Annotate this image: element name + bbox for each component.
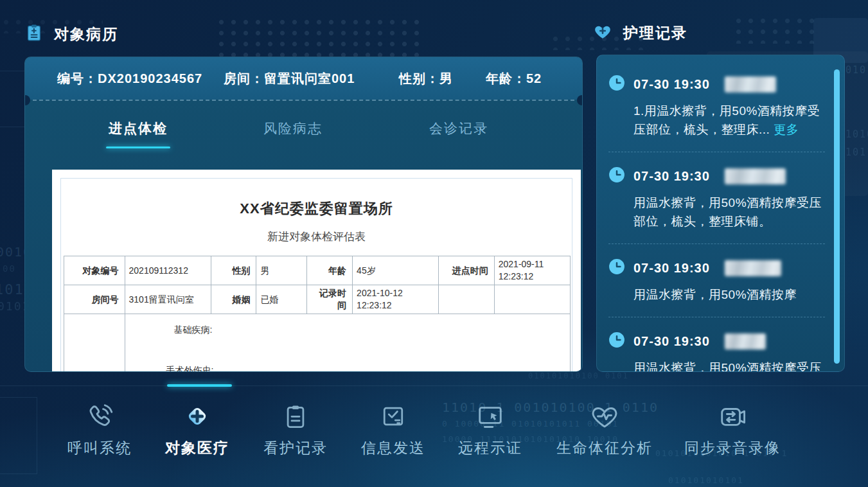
subject-age-field: 年龄：52	[486, 70, 542, 87]
monitor-cursor-icon	[429, 400, 551, 433]
subject-gender-field: 性别：男	[399, 70, 453, 87]
redacted-name	[725, 76, 776, 93]
nursing-record-title: 护理记录	[623, 23, 687, 43]
clock-icon	[608, 332, 625, 351]
medical-record-title: 对象病历	[54, 24, 118, 44]
subject-room-field: 房间：留置讯问室001	[224, 70, 355, 87]
redacted-name	[725, 333, 766, 350]
nursing-entry-list: 07-30 19:30 1.用温水擦背，用50%酒精按摩受压部位，梳头，整理床.…	[608, 75, 825, 372]
nav-item-sync-recording[interactable]: 同步录音录像	[671, 385, 793, 458]
binary-decor: 010101010100 0101	[528, 371, 629, 380]
divider-notch	[577, 95, 583, 105]
detention-medical-dashboard: 0010 00 1010 0101 11010 1 001010100 1 01…	[0, 0, 868, 487]
entry-text: 1.用温水擦背，用50%酒精按摩受压部位，梳头，整理床...更多	[633, 102, 825, 139]
heart-pulse-icon	[544, 400, 666, 433]
document-border	[60, 178, 572, 372]
entry-timestamp: 07-30 19:30	[633, 77, 710, 92]
nursing-entry: 07-30 19:30 用温水擦背，用50%酒精按摩受压部位，梳头，整理床铺。	[608, 166, 825, 244]
redacted-name	[725, 168, 786, 184]
heart-plus-icon	[592, 22, 613, 44]
nursing-record-panel: 07-30 19:30 1.用温水擦背，用50%酒精按摩受压部位，梳头，整理床.…	[596, 55, 845, 372]
binary-decor: 1011	[846, 146, 868, 158]
clock-icon	[608, 166, 625, 186]
tab-consultation-record[interactable]: 会诊记录	[429, 120, 488, 137]
binary-decor: 00	[3, 263, 16, 274]
medical-record-header: 对象病历	[24, 23, 118, 45]
nursing-entry: 07-30 19:30 用温水擦背，用50%酒精按摩	[608, 258, 825, 317]
medical-record-panel: 编号：DX20190234567 房间：留置讯问室001 性别：男 年龄：52 …	[24, 57, 583, 372]
entry-text: 用温水擦背，用50%酒精按摩受压部位，梳头，整理床铺。	[633, 193, 825, 231]
binary-decor: 010	[846, 64, 867, 76]
active-tab-underline	[106, 146, 170, 148]
entry-timestamp: 07-30 19:30	[633, 334, 710, 349]
clipboard-medical-icon	[24, 23, 44, 45]
dot-grid-decor	[732, 15, 816, 44]
nav-item-remote-evidence[interactable]: 远程示证	[429, 385, 551, 458]
clock-icon	[608, 75, 625, 94]
dot-grid-decor	[215, 17, 422, 57]
nav-item-vital-signs[interactable]: 生命体征分析	[544, 385, 666, 458]
redacted-name	[725, 260, 781, 276]
scrollbar[interactable]	[834, 69, 840, 364]
exam-document: XX省纪委监委留置场所 新进对象体检评估表 对象编号 202109112312 …	[52, 170, 581, 371]
subject-id-field: 编号：DX20190234567	[57, 70, 202, 87]
nursing-entry: 07-30 19:30 1.用温水擦背，用50%酒精按摩受压部位，梳头，整理床.…	[608, 75, 825, 152]
dashed-divider	[33, 100, 574, 101]
clock-icon	[608, 258, 625, 278]
nursing-entry: 07-30 19:30 用温水擦背，用50%酒精按摩受压部位，梳头，整理床铺。	[608, 332, 825, 372]
entry-text: 用温水擦背，用50%酒精按摩	[633, 285, 825, 304]
entry-timestamp: 07-30 19:30	[633, 169, 710, 184]
entry-timestamp: 07-30 19:30	[633, 261, 710, 276]
binary-decor: 1010	[846, 128, 868, 140]
more-link[interactable]: 更多	[774, 123, 799, 136]
video-camera-icon	[671, 400, 793, 433]
tab-risk-record[interactable]: 风险病志	[263, 120, 323, 137]
entry-text: 用温水擦背，用50%酒精按摩受压部位，梳头，整理床铺。	[633, 359, 825, 372]
bottom-nav: 呼叫系统 对象医疗	[0, 385, 868, 487]
nursing-record-header: 护理记录	[592, 22, 687, 44]
tab-entry-physical-exam[interactable]: 进点体检	[109, 120, 168, 137]
subject-info-bar: 编号：DX20190234567 房间：留置讯问室001 性别：男 年龄：52	[25, 57, 582, 100]
